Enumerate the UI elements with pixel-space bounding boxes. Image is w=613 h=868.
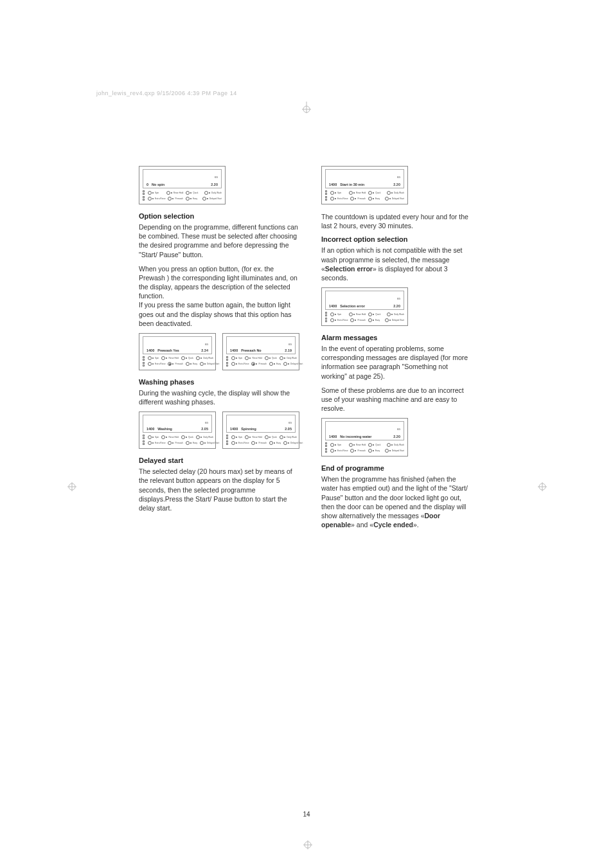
- lcd-message: No spin: [152, 183, 164, 186]
- page-number: 14: [0, 811, 613, 818]
- prewash-led-on: [168, 362, 172, 366]
- crop-mark-right: [538, 482, 547, 491]
- display-panel-spinning: KG 1400Spinning 2.05 Spin Rinse Hold Qui…: [222, 411, 299, 449]
- heading-incorrect-option: Incorrect option selection: [321, 235, 474, 243]
- display-panel-washing: KG 1400Washing 2.05 Spin Rinse Hold Quic…: [139, 411, 216, 449]
- lcd-unit: KG: [215, 176, 218, 179]
- right-column: KG 1400Start in 30 min 2.20 Spin Rinse H…: [321, 166, 474, 534]
- body-text: The countdown is updated every hour and …: [321, 212, 474, 230]
- body-text: Some of these problems are due to an inc…: [321, 386, 474, 413]
- crop-mark-top: [302, 102, 311, 113]
- print-meta-header: john_lewis_rev4.qxp 9/15/2006 4:39 PM Pa…: [96, 90, 237, 96]
- body-text: When you press an option button, (for ex…: [139, 264, 299, 328]
- heading-end-of-programme: End of programme: [321, 464, 474, 472]
- display-panel-selection-error: KG 1400Selection error 2.20 Spin Rinse H…: [321, 287, 408, 326]
- lcd-spin: 0: [147, 183, 148, 186]
- crop-mark-bottom: [303, 840, 312, 849]
- heading-washing-phases: Washing phases: [139, 378, 299, 386]
- display-panel-prewash-no: KG 1400Prewash No 2.19 Spin Rinse Hold Q…: [222, 333, 299, 370]
- display-panel-start-30min: KG 1400Start in 30 min 2.20 Spin Rinse H…: [321, 166, 408, 204]
- body-text: During the washing cycle, the display wi…: [139, 388, 299, 406]
- body-text: The selected delay (20 hours max) set by…: [139, 467, 299, 512]
- display-panel-no-spin: KG 0No spin 2.20 Spin Rinse Hold Quick D…: [139, 166, 226, 204]
- body-text: Depending on the programme, different fu…: [139, 222, 299, 259]
- left-column: KG 0No spin 2.20 Spin Rinse Hold Quick D…: [139, 166, 299, 534]
- lcd-load: 2.20: [211, 183, 218, 186]
- body-text: If an option which is not compatible wit…: [321, 246, 474, 282]
- display-panel-prewash-yes: KG 1400Prewash Yes 2.34 Spin Rinse Hold …: [139, 333, 216, 370]
- crop-mark-left: [67, 482, 76, 491]
- display-panel-no-water: KG 1400No incoming water 2.20 Spin Rinse…: [321, 418, 408, 457]
- heading-option-selection: Option selection: [139, 212, 299, 220]
- heading-alarm-messages: Alarm messages: [321, 334, 474, 341]
- body-text: When the programme has finished (when th…: [321, 475, 474, 529]
- heading-delayed-start: Delayed start: [139, 457, 299, 464]
- option-button-rows: Spin Rinse Hold Quick Daily Wash Extra R…: [143, 190, 222, 201]
- body-text: In the event of operating problems, some…: [321, 344, 474, 381]
